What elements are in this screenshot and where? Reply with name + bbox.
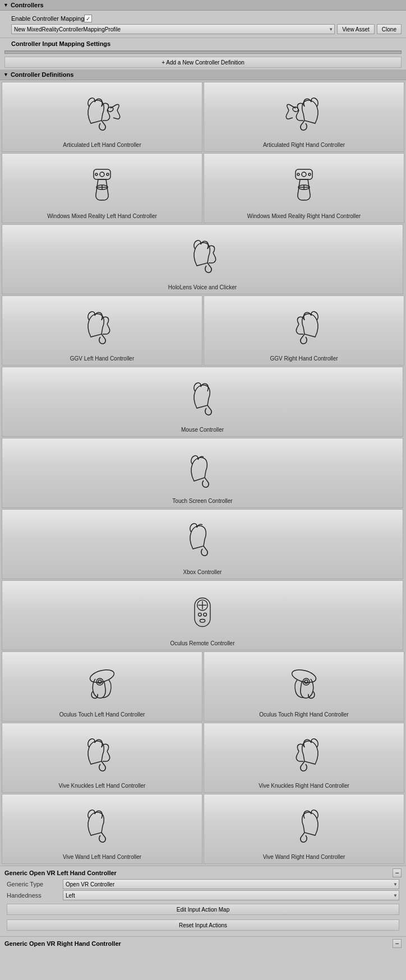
vive-wand-left-icon: [77, 805, 127, 847]
cell-vive-knuckles-left-label: Vive Knuckles Left Hand Controller: [59, 783, 146, 789]
cell-ggv-right[interactable]: GGV Right Hand Controller: [204, 295, 404, 366]
profile-select[interactable]: New MixedRealityControllerMappingProfile: [11, 24, 335, 34]
grid-row-11: Vive Wand Left Hand Controller Vive Wand…: [1, 793, 405, 865]
cell-vive-wand-left-label: Vive Wand Left Hand Controller: [63, 854, 141, 860]
cell-touch-label: Touch Screen Controller: [172, 498, 232, 504]
svg-point-11: [297, 173, 299, 175]
generic-right-remove-button[interactable]: −: [393, 939, 402, 948]
progress-bar: [4, 50, 402, 54]
generic-type-select[interactable]: Open VR Controller: [63, 879, 399, 889]
svg-point-3: [100, 172, 104, 177]
wmr-right-icon: [279, 164, 329, 206]
controller-grid: Articulated Left Hand Controller: [0, 80, 406, 866]
cell-wmr-left-label: Windows Mixed Reality Left Hand Controll…: [47, 213, 157, 219]
cell-vive-wand-left[interactable]: Vive Wand Left Hand Controller: [2, 794, 202, 864]
vive-knuckles-right-icon: [279, 733, 329, 775]
svg-rect-2: [94, 169, 110, 179]
cell-oculus-left[interactable]: Oculus Touch Left Hand Controller: [2, 651, 202, 722]
controllers-header: ▼ Controllers: [0, 0, 406, 11]
articulated-left-icon: [77, 93, 127, 135]
grid-row-8: Oculus Remote Controller: [1, 580, 405, 651]
touch-icon: [177, 449, 228, 491]
handedness-label: Handedness: [7, 892, 63, 899]
hololens-icon: [177, 235, 228, 277]
cell-wmr-right[interactable]: Windows Mixed Reality Right Hand Control…: [204, 153, 404, 223]
generic-left-header: Generic Open VR Left Hand Controller −: [4, 868, 402, 877]
svg-point-23: [89, 667, 116, 685]
cell-vive-wand-right[interactable]: Vive Wand Right Hand Controller: [204, 794, 404, 864]
cell-oculus-remote-label: Oculus Remote Controller: [170, 640, 234, 646]
view-asset-button[interactable]: View Asset: [337, 24, 375, 34]
generic-left-section: Generic Open VR Left Hand Controller − G…: [0, 866, 406, 936]
cell-ggv-left-label: GGV Left Hand Controller: [70, 355, 135, 362]
ggv-left-icon: [77, 306, 127, 348]
cell-oculus-left-label: Oculus Touch Left Hand Controller: [59, 711, 145, 718]
grid-row-4: GGV Left Hand Controller GGV Right Hand …: [1, 295, 405, 366]
wmr-left-icon: [77, 164, 127, 206]
cell-oculus-right[interactable]: Oculus Touch Right Hand Controller: [204, 651, 404, 722]
enable-checkbox[interactable]: ✓: [84, 15, 92, 22]
cell-mouse[interactable]: Mouse Controller: [2, 367, 403, 437]
handedness-row: Handedness Left ▼: [4, 890, 402, 900]
svg-point-10: [302, 172, 306, 177]
handedness-select-wrapper: Left ▼: [63, 890, 399, 900]
reset-input-actions-button[interactable]: Reset Input Actions: [7, 919, 399, 931]
top-controls: Enable Controller Mapping ✓ New MixedRea…: [0, 11, 406, 38]
vive-knuckles-left-icon: [77, 733, 127, 775]
generic-left-title: Generic Open VR Left Hand Controller: [4, 870, 117, 876]
add-controller-button[interactable]: + Add a New Controller Definition: [4, 57, 402, 68]
collapse-triangle[interactable]: ▼: [3, 2, 8, 8]
grid-row-7: Xbox Controller: [1, 509, 405, 580]
cell-oculus-remote[interactable]: Oculus Remote Controller: [2, 580, 403, 650]
add-btn-row: + Add a New Controller Definition: [0, 55, 406, 70]
cell-vive-knuckles-right[interactable]: Vive Knuckles Right Hand Controller: [204, 723, 404, 793]
cell-articulated-right[interactable]: Articulated Right Hand Controller: [204, 82, 404, 152]
cell-wmr-right-label: Windows Mixed Reality Right Hand Control…: [247, 213, 361, 219]
controllers-title: Controllers: [11, 2, 44, 8]
handedness-select[interactable]: Left: [63, 890, 399, 900]
definitions-title: Controller Definitions: [11, 71, 73, 78]
oculus-right-icon: [282, 662, 326, 704]
generic-right-section: Generic Open VR Right Hand Controller −: [0, 936, 406, 953]
cell-hololens-label: HoloLens Voice and Clicker: [168, 284, 237, 290]
controller-definitions-header: ▼ Controller Definitions: [0, 70, 406, 80]
svg-point-5: [107, 173, 109, 175]
grid-row-10: Vive Knuckles Left Hand Controller Vive …: [1, 722, 405, 793]
generic-right-header: Generic Open VR Right Hand Controller −: [4, 939, 402, 948]
generic-type-row: Generic Type Open VR Controller ▼: [4, 879, 402, 889]
svg-point-4: [95, 173, 98, 175]
edit-btn-container: Edit Input Action Map: [4, 902, 402, 917]
cell-hololens[interactable]: HoloLens Voice and Clicker: [2, 224, 403, 294]
grid-row-9: Oculus Touch Left Hand Controller Oculus…: [1, 651, 405, 722]
cell-oculus-right-label: Oculus Touch Right Hand Controller: [259, 711, 348, 718]
cell-xbox-label: Xbox Controller: [183, 569, 222, 575]
reset-btn-container: Reset Input Actions: [4, 917, 402, 933]
cell-articulated-right-label: Articulated Right Hand Controller: [263, 142, 345, 148]
svg-point-22: [200, 619, 205, 622]
edit-input-action-button[interactable]: Edit Input Action Map: [7, 904, 399, 915]
cell-touch[interactable]: Touch Screen Controller: [2, 438, 403, 508]
cell-ggv-left[interactable]: GGV Left Hand Controller: [2, 295, 202, 366]
definitions-triangle[interactable]: ▼: [3, 72, 8, 77]
cell-xbox[interactable]: Xbox Controller: [2, 509, 403, 579]
cell-vive-knuckles-left[interactable]: Vive Knuckles Left Hand Controller: [2, 723, 202, 793]
cell-mouse-label: Mouse Controller: [181, 427, 224, 433]
svg-point-20: [199, 613, 202, 616]
oculus-remote-icon: [188, 594, 216, 630]
ggv-right-icon: [279, 306, 329, 348]
cell-wmr-left[interactable]: Windows Mixed Reality Left Hand Controll…: [2, 153, 202, 223]
xbox-icon: [177, 520, 228, 562]
cell-vive-wand-right-label: Vive Wand Right Hand Controller: [263, 854, 345, 860]
oculus-left-icon: [80, 662, 124, 704]
generic-left-remove-button[interactable]: −: [393, 868, 402, 877]
svg-point-12: [308, 173, 311, 175]
cell-articulated-left[interactable]: Articulated Left Hand Controller: [2, 82, 202, 152]
grid-row-6: Touch Screen Controller: [1, 437, 405, 509]
grid-row-5: Mouse Controller: [1, 366, 405, 437]
cell-ggv-right-label: GGV Right Hand Controller: [270, 355, 338, 362]
input-mapping-title: Controller Input Mapping Settings: [0, 38, 406, 49]
clone-button[interactable]: Clone: [377, 24, 402, 34]
generic-type-label: Generic Type: [7, 881, 63, 887]
articulated-right-icon: [279, 93, 329, 135]
vive-wand-right-icon: [279, 805, 329, 847]
